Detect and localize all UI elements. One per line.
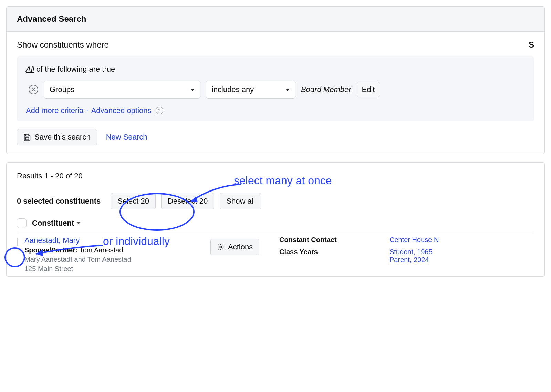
criteria-links: Add more criteria · Advanced options ? [26, 106, 525, 115]
save-search-label: Save this search [34, 133, 91, 142]
advanced-search-panel: Advanced Search Show constituents where … [6, 6, 545, 154]
table-header-row: Constituent [17, 218, 534, 233]
criteria-value[interactable]: Board Member [301, 85, 351, 94]
spouse-label: Spouse/Partner: [24, 246, 77, 254]
criteria-quantifier: All of the following are true [26, 65, 525, 74]
show-all-button[interactable]: Show all [220, 193, 261, 209]
quantifier-rest: of the following are true [34, 65, 115, 73]
operator-select-value: includes any [212, 85, 254, 94]
criteria-row: ✕ Groups includes any Board Member Edit [26, 81, 525, 99]
results-count: Results 1 - 20 of 20 [17, 172, 534, 180]
deselect-all-button[interactable]: Deselect 20 [161, 193, 214, 209]
chevron-down-icon [190, 89, 195, 91]
field-select-value: Groups [50, 85, 74, 94]
help-icon[interactable]: ? [156, 107, 163, 114]
remove-criteria-icon[interactable]: ✕ [29, 85, 38, 94]
spouse-value: Tom Aanestad [80, 246, 123, 254]
combined-name: Mary Aanestadt and Tom Aanestad [24, 256, 204, 264]
column-header-label: Constituent [32, 219, 74, 228]
edit-criteria-button[interactable]: Edit [357, 82, 380, 97]
quantifier-all[interactable]: All [26, 65, 34, 73]
selected-count: 0 selected constituents [17, 197, 101, 206]
constant-contact-value[interactable]: Center House N [389, 236, 534, 244]
search-actions-row: Save this search New Search [17, 129, 534, 145]
address-line1: 125 Main Street [24, 265, 204, 273]
gear-icon [217, 243, 225, 251]
results-panel: Results 1 - 20 of 20 0 selected constitu… [6, 162, 545, 277]
selection-row: 0 selected constituents Select 20 Desele… [17, 193, 534, 209]
new-search-link[interactable]: New Search [106, 133, 147, 142]
lead-text: Show constituents where [17, 40, 109, 50]
add-more-criteria-link[interactable]: Add more criteria [26, 106, 84, 115]
save-search-button[interactable]: Save this search [17, 129, 97, 145]
truncated-right: S [529, 40, 534, 50]
class-years-value-2[interactable]: Parent, 2024 [389, 256, 534, 264]
advanced-options-link[interactable]: Advanced options [91, 106, 152, 115]
chevron-down-icon [77, 222, 80, 224]
constant-contact-label: Constant Contact [279, 236, 383, 244]
row-actions-button[interactable]: Actions [210, 239, 259, 255]
separator: · [86, 106, 89, 115]
svg-point-1 [220, 246, 222, 248]
constituent-name-link[interactable]: Aanestadt, Mary [24, 236, 204, 245]
operator-select[interactable]: includes any [206, 81, 295, 99]
chevron-down-icon [285, 89, 290, 91]
table-row: Aanestadt, Mary Spouse/Partner: Tom Aane… [17, 233, 534, 273]
row-actions-label: Actions [228, 243, 253, 251]
svg-rect-0 [25, 137, 29, 140]
select-all-checkbox[interactable] [17, 218, 27, 228]
class-years-value-1[interactable]: Student, 1965 [389, 248, 534, 256]
panel-title-text: Advanced Search [17, 14, 86, 23]
field-select[interactable]: Groups [44, 81, 200, 99]
panel-body: Show constituents where S All of the fol… [7, 32, 544, 154]
row-checkbox[interactable] [17, 238, 18, 246]
class-years-label: Class Years [279, 248, 383, 256]
select-all-button[interactable]: Select 20 [111, 193, 156, 209]
panel-title: Advanced Search [7, 7, 544, 32]
save-icon [23, 133, 31, 141]
criteria-box: All of the following are true ✕ Groups i… [17, 56, 534, 121]
column-header-constituent[interactable]: Constituent [32, 219, 80, 228]
